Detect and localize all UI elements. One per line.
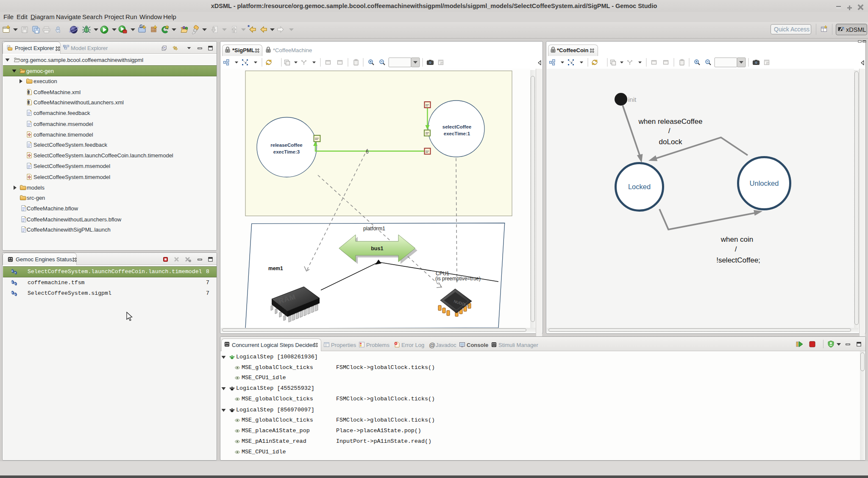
svg-text:/: /	[735, 245, 737, 253]
svg-text:when coin: when coin	[721, 235, 754, 243]
svg-text:when releaseCoffee: when releaseCoffee	[638, 117, 703, 126]
svg-text:platform1: platform1	[363, 226, 385, 232]
svg-text:doLock: doLock	[659, 138, 682, 146]
svg-text:(is preemptive=true): (is preemptive=true)	[435, 276, 481, 282]
svg-text:init: init	[628, 96, 637, 103]
svg-text:Unlocked: Unlocked	[750, 179, 779, 187]
svg-text:selectCoffee: selectCoffee	[442, 124, 471, 129]
svg-text:!selectCoffee;: !selectCoffee;	[716, 256, 760, 264]
svg-text:releaseCoffee: releaseCoffee	[270, 143, 302, 148]
svg-text:6: 6	[366, 149, 369, 155]
svg-text:Locked: Locked	[628, 183, 651, 190]
svg-text:/: /	[668, 127, 670, 135]
svg-text:execTime:1: execTime:1	[444, 131, 470, 136]
svg-text:execTime:3: execTime:3	[273, 149, 300, 154]
svg-text:mem1: mem1	[268, 266, 283, 271]
svg-text:bus1: bus1	[371, 246, 383, 252]
